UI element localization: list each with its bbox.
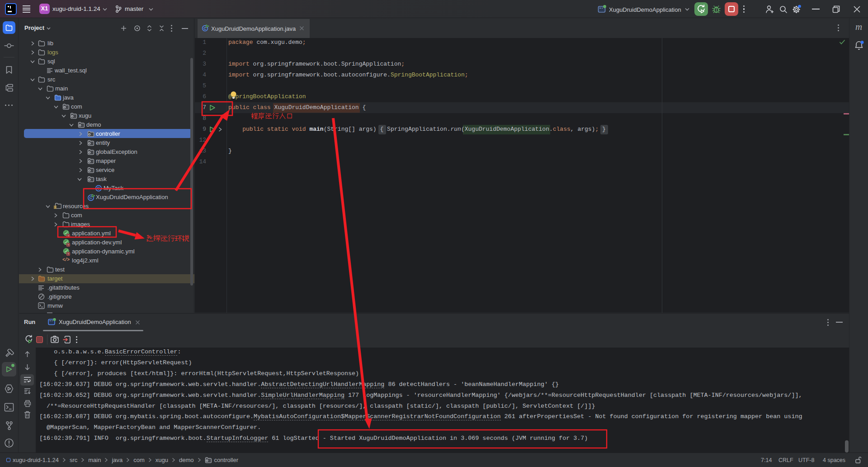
svg-text:Y: Y xyxy=(67,243,69,246)
svg-text:Y: Y xyxy=(67,253,69,255)
svg-text:Y: Y xyxy=(67,234,69,237)
svg-text:C: C xyxy=(97,186,100,191)
